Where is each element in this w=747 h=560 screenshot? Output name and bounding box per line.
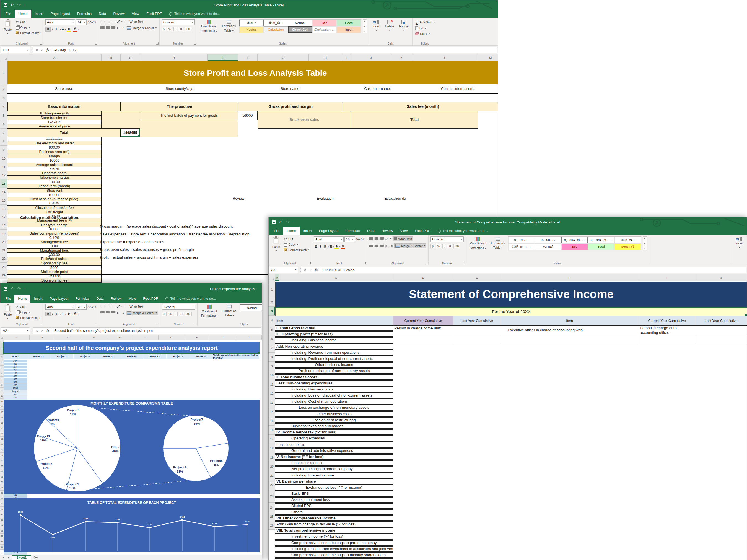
accounting-format-button[interactable]: $	[431, 244, 435, 248]
cell-style-chip[interactable]: 0, ON...	[535, 237, 561, 243]
sheet-tab[interactable]: Sheet1	[12, 555, 31, 560]
label-cell[interactable]: Allocation of transfer fee	[7, 206, 102, 210]
redo-icon[interactable]: ↷	[18, 286, 21, 291]
row-header[interactable]: 34	[0, 523, 4, 529]
row-header[interactable]: 8	[0, 382, 4, 388]
section-header[interactable]: Gross profit and margin	[238, 102, 343, 111]
evaluation-label[interactable]: Evaluation:	[298, 196, 353, 201]
gallery-scrollbar[interactable]: ▲▼≡	[643, 236, 647, 250]
item-cell[interactable]: Including: Business costs	[275, 387, 393, 392]
undo-icon[interactable]: ↶	[10, 2, 14, 7]
format-painter-button[interactable]: Format Painter	[15, 31, 41, 35]
value-cell[interactable]: 5000	[7, 266, 102, 270]
orientation-button[interactable]: ⤢	[117, 304, 120, 308]
month-cell[interactable]: August	[4, 390, 27, 393]
empty-cell[interactable]	[102, 111, 140, 129]
row-header[interactable]: 21	[0, 453, 4, 458]
item-cell[interactable]: VII. Other comprehensive income	[275, 516, 393, 521]
column-header[interactable]: G	[158, 335, 184, 340]
row-header[interactable]: 13	[0, 409, 4, 415]
value-cell[interactable]: 7.50%	[7, 167, 102, 171]
tab-formulas[interactable]: Formulas	[74, 10, 95, 18]
decrease-decimal-button[interactable]: .00	[184, 27, 191, 31]
font-size-select[interactable]: 14▾	[76, 19, 86, 25]
number-format-select[interactable]: General▾	[161, 19, 195, 25]
cell-style-chip[interactable]: Calculation	[264, 26, 288, 33]
tab-page-layout[interactable]: Page Layout	[47, 10, 74, 18]
tab-insert[interactable]: Insert	[31, 10, 47, 18]
row-header[interactable]: 15	[0, 196, 7, 205]
cancel-icon[interactable]: ✕	[35, 48, 38, 52]
value-cell[interactable]	[275, 558, 393, 559]
row-header[interactable]: 1	[269, 281, 275, 298]
row-header[interactable]: 24	[0, 271, 7, 279]
item-cell[interactable]: VI. Earnings per share	[275, 479, 393, 484]
autosum-button[interactable]: ∑AutoSum▾	[414, 19, 436, 25]
undo-icon[interactable]: ↶	[10, 286, 14, 291]
cell-style-chip[interactable]: Input	[337, 26, 361, 33]
row-header[interactable]: 5	[269, 325, 275, 334]
sheet-area[interactable]: 1234567891011121314151617181920212223242…	[269, 281, 747, 560]
tab-file[interactable]: File	[270, 227, 283, 235]
row-header[interactable]: 2	[0, 343, 4, 354]
align-center-icon[interactable]	[106, 26, 109, 30]
cell-style-chip[interactable]: Normal	[288, 20, 312, 26]
enter-icon[interactable]: ✓	[41, 329, 44, 333]
empty-cell[interactable]	[7, 94, 121, 102]
shrink-font-button[interactable]: A˅	[92, 305, 96, 309]
executive-officer-cell[interactable]: Executive officer in charge of accountin…	[454, 326, 639, 335]
cell-style-chip[interactable]: 常规_CAS	[615, 237, 641, 243]
value-cell[interactable]: 369	[4, 375, 27, 378]
conditional-formatting-button[interactable]: ConditionalFormatting ▾	[468, 236, 488, 250]
align-right-icon[interactable]	[380, 244, 384, 247]
row-header[interactable]: 6	[269, 334, 275, 344]
info-label[interactable]: Customer name:	[343, 84, 412, 94]
label-cell[interactable]: The freight	[7, 210, 102, 214]
align-left-icon[interactable]	[100, 26, 105, 30]
column-header[interactable]: D	[81, 335, 107, 340]
info-label[interactable]: Store name:	[238, 84, 343, 94]
table-header[interactable]: Project 6	[143, 354, 166, 359]
label-cell[interactable]: The first batch of payment for goods	[140, 111, 238, 120]
name-box[interactable]: A3▾	[269, 267, 298, 273]
item-cell[interactable]: Including: Income from investment in ass…	[275, 547, 393, 552]
shrink-font-button[interactable]: A˅	[92, 20, 96, 24]
column-header[interactable]: A	[7, 54, 102, 61]
empty-cell[interactable]	[639, 335, 695, 344]
row-header[interactable]: 19	[0, 442, 4, 448]
wrap-text-button[interactable]: Wrap Text	[124, 304, 144, 308]
table-header[interactable]: Current Year Cumulative	[393, 316, 454, 326]
sheet-prev-icon[interactable]: ◄	[0, 556, 6, 559]
value-cell[interactable]: 235	[4, 384, 27, 387]
item-cell[interactable]: General and administrative expenses	[275, 449, 393, 454]
row-header[interactable]: 16	[269, 426, 275, 435]
dialog-launcher-icon[interactable]	[463, 262, 465, 264]
dialog-launcher-icon[interactable]	[40, 323, 42, 325]
dialog-launcher-icon[interactable]	[194, 42, 196, 45]
cell-style-chip[interactable]: 0, ON...	[508, 237, 535, 243]
increase-indent-icon[interactable]: ⇥	[122, 26, 124, 30]
value-cell[interactable]: ########	[7, 137, 102, 141]
column-header[interactable]: C	[279, 274, 393, 281]
fill-color-button[interactable]: ◆	[67, 312, 71, 316]
dialog-launcher-icon[interactable]	[40, 42, 42, 45]
font-color-button[interactable]: A	[73, 27, 77, 31]
column-header[interactable]: D	[140, 54, 208, 61]
value-cell[interactable]: 56000	[238, 111, 258, 120]
font-name-select[interactable]: Arial▾	[45, 19, 75, 25]
value-cell[interactable]: 0.48%	[7, 201, 102, 206]
value-cell[interactable]: 530	[4, 393, 27, 396]
info-label[interactable]: Contact information::	[412, 84, 498, 94]
row-header[interactable]: 11	[0, 163, 7, 171]
table-header[interactable]: Month	[4, 354, 27, 359]
label-cell[interactable]: Sponsorship fee	[7, 278, 102, 283]
row-header[interactable]: 16	[0, 426, 4, 431]
bold-button[interactable]: B	[45, 312, 51, 316]
sheet-area[interactable]: 1234567891011121314151617181920212223242…	[0, 340, 262, 560]
cell-style-chip[interactable]: Bad	[312, 20, 337, 26]
item-cell[interactable]: Including: Cost of main operations	[275, 399, 393, 404]
label-cell[interactable]: Lease term (month)	[7, 184, 102, 188]
column-header[interactable]: D	[393, 274, 454, 281]
font-size-select[interactable]: 28▾	[76, 304, 86, 310]
font-color-button[interactable]: A	[341, 244, 345, 249]
